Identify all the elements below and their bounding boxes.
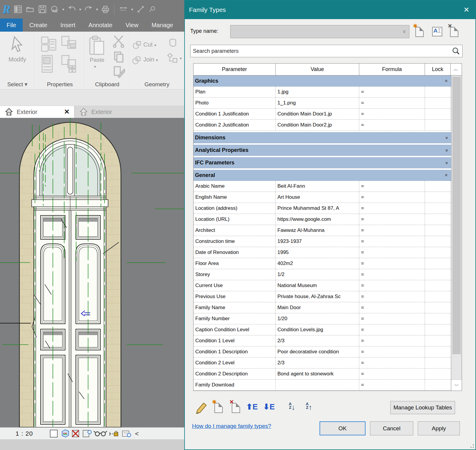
expand-section-icon[interactable]: « xyxy=(444,161,449,164)
table-row[interactable]: Date of Renovation1995= xyxy=(194,247,462,258)
tab-manage[interactable]: Manage xyxy=(145,19,179,32)
table-row[interactable]: Location (URL)https://www.google.com= xyxy=(194,214,462,225)
formula-cell[interactable]: = xyxy=(359,225,425,236)
lock-cell[interactable] xyxy=(425,380,451,390)
dialog-title-bar[interactable]: Family Types ✕ xyxy=(185,1,475,19)
coping-icon[interactable] xyxy=(167,37,179,49)
lock-cell[interactable] xyxy=(425,291,451,302)
properties-icons[interactable] xyxy=(39,35,81,79)
tag-icon[interactable] xyxy=(148,5,156,14)
value-cell[interactable]: Condition Main Door1.jp xyxy=(276,109,359,119)
value-cell[interactable]: Condition Levels.jpg xyxy=(276,324,359,335)
delete-parameter-button[interactable]: ✕ xyxy=(230,401,243,415)
view-tab-exterior-active[interactable]: Exterior ✕ xyxy=(0,106,75,118)
new-parameter-button[interactable]: ✱ xyxy=(213,401,226,415)
value-cell[interactable]: Condition Main Door2.jp xyxy=(276,120,359,130)
formula-cell[interactable]: = xyxy=(359,357,425,368)
table-row[interactable]: Storey1/2= xyxy=(194,269,462,280)
tab-file[interactable]: File xyxy=(0,19,23,32)
help-link[interactable]: How do I manage family types? xyxy=(192,423,271,429)
scroll-down-icon[interactable]: ﹀ xyxy=(452,380,462,391)
lock-cell[interactable] xyxy=(425,369,451,379)
formula-cell[interactable]: = xyxy=(359,258,425,269)
formula-cell[interactable]: = xyxy=(359,335,425,346)
move-parameter-up-button[interactable]: ⬆E xyxy=(246,402,259,417)
table-scrollbar[interactable]: ﹀ xyxy=(451,75,462,391)
lock-cell[interactable] xyxy=(425,335,451,346)
view-scale[interactable]: 1 : 20 xyxy=(16,430,33,437)
collapse-section-icon[interactable]: « xyxy=(444,174,449,177)
column-header-formula[interactable]: Formula xyxy=(359,64,425,75)
section-header-ifc-parameters[interactable]: IFC Parameters« xyxy=(194,157,462,168)
workshare-dropdown-icon[interactable]: ▾ xyxy=(62,7,65,12)
formula-cell[interactable]: = xyxy=(359,380,425,390)
close-icon[interactable]: ✕ xyxy=(463,6,469,14)
value-cell[interactable]: 1/2 xyxy=(276,269,359,280)
cut-button[interactable]: Cut ▾ xyxy=(143,41,156,48)
lock-cell[interactable] xyxy=(425,98,451,108)
aligned-dimension-icon[interactable] xyxy=(136,5,145,14)
formula-cell[interactable]: = xyxy=(359,291,425,302)
formula-cell[interactable]: = xyxy=(359,181,425,192)
lock-cell[interactable] xyxy=(425,302,451,313)
section-header-analytical-properties[interactable]: Analytical Properties« xyxy=(194,145,462,156)
cut-geometry-icon[interactable] xyxy=(132,40,142,50)
lock-cell[interactable] xyxy=(425,258,451,269)
table-row[interactable]: Caption Condition LevelCondition Levels.… xyxy=(194,324,462,335)
print-icon[interactable] xyxy=(101,5,110,14)
cancel-button[interactable]: Cancel xyxy=(370,421,413,435)
formula-cell[interactable]: = xyxy=(359,236,425,247)
table-row[interactable]: Location (address)Prince Muhammad St 87,… xyxy=(194,203,462,214)
section-header-general[interactable]: General« xyxy=(194,170,462,181)
lock-cell[interactable] xyxy=(425,346,451,357)
lock-cell[interactable] xyxy=(425,225,451,236)
demolish-icon[interactable] xyxy=(166,53,179,64)
table-row[interactable]: Construction time1923-1937= xyxy=(194,236,462,247)
undo-icon[interactable] xyxy=(67,5,76,14)
lock-cell[interactable] xyxy=(425,109,451,119)
expand-section-icon[interactable]: « xyxy=(444,136,449,139)
paste-button[interactable]: Paste xyxy=(85,57,109,63)
column-header-lock[interactable]: Lock xyxy=(425,64,451,75)
delete-type-button[interactable]: ✕ xyxy=(448,25,461,38)
value-cell[interactable]: 1.jpg xyxy=(276,87,359,97)
tab-view[interactable]: View xyxy=(119,19,145,32)
formula-cell[interactable]: = xyxy=(359,280,425,291)
workshare-icon[interactable] xyxy=(50,5,59,14)
table-row[interactable]: Family Download= xyxy=(194,380,462,391)
lock-cell[interactable] xyxy=(425,87,451,97)
measure-icon[interactable] xyxy=(119,5,128,14)
value-cell[interactable]: Fawwaz Al-Muhanna xyxy=(276,225,359,236)
formula-cell[interactable]: = xyxy=(359,98,425,108)
value-cell[interactable]: 1923-1937 xyxy=(276,236,359,247)
sort-descending-button[interactable]: AZ↑ xyxy=(306,402,319,417)
properties-panel-label[interactable]: Properties xyxy=(35,81,85,88)
value-cell[interactable]: Poor decoratative condition xyxy=(276,346,359,357)
ok-button[interactable]: OK xyxy=(320,421,366,435)
formula-cell[interactable]: = xyxy=(359,346,425,357)
table-row[interactable]: Condition 2 DescriptionBond agent to sto… xyxy=(194,369,462,380)
value-cell[interactable]: National Museum xyxy=(276,280,359,291)
undo-dropdown-icon[interactable]: ▾ xyxy=(79,7,81,12)
open-icon[interactable] xyxy=(25,5,35,14)
lock-cell[interactable] xyxy=(425,203,451,214)
table-row[interactable]: Condition 1 DescriptionPoor decoratative… xyxy=(194,346,462,357)
resize-grip[interactable] xyxy=(470,444,474,448)
lock-cell[interactable] xyxy=(425,280,451,291)
formula-cell[interactable]: = xyxy=(359,120,425,130)
lock-cell[interactable] xyxy=(425,269,451,280)
table-row[interactable]: Family Number1/20= xyxy=(194,313,462,324)
join-geometry-icon[interactable] xyxy=(132,55,142,65)
formula-cell[interactable]: = xyxy=(359,324,425,335)
new-type-button[interactable]: ✱ xyxy=(414,25,426,38)
formula-cell[interactable]: = xyxy=(359,214,425,225)
lock-cell[interactable] xyxy=(425,313,451,324)
table-row[interactable]: Photo1_1.png= xyxy=(194,98,462,109)
table-row[interactable]: Floor Area402m2= xyxy=(194,258,462,269)
section-header-dimensions[interactable]: Dimensions« xyxy=(194,132,462,143)
formula-cell[interactable]: = xyxy=(359,313,425,324)
value-cell[interactable]: Main Door xyxy=(276,302,359,313)
rename-type-button[interactable]: A⌶ xyxy=(431,25,443,38)
clipboard-small-icons[interactable] xyxy=(112,34,125,79)
revit-logo-icon[interactable]: R xyxy=(2,3,10,15)
